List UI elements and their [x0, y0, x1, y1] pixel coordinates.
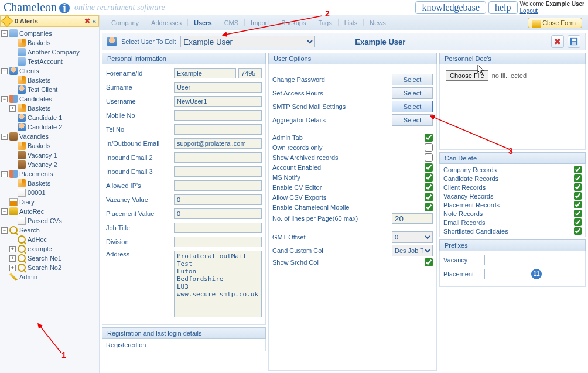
- email-input[interactable]: [174, 138, 262, 149]
- basket-icon: [18, 39, 26, 47]
- tree-candidate1[interactable]: Candidate 1: [1, 113, 98, 122]
- user-icon: [18, 85, 26, 94]
- del-email-checkbox[interactable]: [574, 218, 582, 226]
- del-candidate-checkbox[interactable]: [574, 174, 582, 182]
- tree-placements-baskets[interactable]: Baskets: [1, 179, 98, 188]
- del-client-checkbox[interactable]: [574, 183, 582, 191]
- tree-placements[interactable]: −Placements: [1, 169, 98, 179]
- email3-input[interactable]: [174, 166, 262, 177]
- tab-news[interactable]: News: [364, 19, 392, 26]
- tree-vacancy2[interactable]: Vacancy 2: [1, 160, 98, 169]
- logout-link[interactable]: Logout: [520, 8, 538, 14]
- gmt-select[interactable]: 0: [392, 231, 433, 243]
- search-icon: [9, 226, 18, 234]
- tree-companies[interactable]: −Companies: [1, 29, 98, 38]
- close-form-button[interactable]: Close Form: [528, 18, 582, 28]
- tab-users[interactable]: Users: [188, 19, 218, 26]
- building-icon: [18, 48, 26, 56]
- user-icon: [107, 37, 117, 46]
- placeval-input[interactable]: [174, 208, 262, 219]
- tree-companies-baskets[interactable]: Baskets: [1, 38, 98, 47]
- tree-example[interactable]: +example: [1, 244, 98, 254]
- own-records-checkbox[interactable]: [425, 143, 433, 152]
- del-company-checkbox[interactable]: [574, 166, 582, 173]
- tree-parsed-cvs[interactable]: Parsed CVs: [1, 216, 98, 225]
- save-button[interactable]: [568, 35, 580, 48]
- del-note-checkbox[interactable]: [574, 210, 582, 217]
- delete-button[interactable]: ✖: [551, 35, 564, 48]
- tab-lists[interactable]: Lists: [339, 19, 364, 26]
- access-hours-button[interactable]: Select: [392, 87, 433, 99]
- alerts-close-icon[interactable]: ✖: [84, 17, 90, 25]
- user-select[interactable]: Example User: [180, 36, 315, 47]
- wrench-icon: [9, 273, 18, 281]
- del-vacancy-checkbox[interactable]: [574, 192, 582, 200]
- svg-rect-1: [572, 39, 576, 41]
- tree-vacancies-baskets[interactable]: Baskets: [1, 141, 98, 150]
- tab-import[interactable]: Import: [245, 19, 275, 26]
- tree-search1[interactable]: +Search No1: [1, 254, 98, 263]
- tree-adhoc[interactable]: AdHoc: [1, 235, 98, 244]
- account-enabled-checkbox[interactable]: [425, 163, 433, 172]
- username-input[interactable]: [174, 96, 262, 107]
- choose-file-button[interactable]: Choose File: [446, 70, 488, 81]
- enable-mobile-checkbox[interactable]: [425, 203, 433, 211]
- tab-company[interactable]: Company: [105, 19, 145, 26]
- section-personal: Personal information: [102, 53, 266, 64]
- tree-candidates-baskets[interactable]: +Baskets: [1, 104, 98, 113]
- tree-admin[interactable]: Admin: [1, 272, 98, 282]
- show-srchd-checkbox[interactable]: [425, 258, 433, 266]
- prefix-badge: 11: [531, 269, 542, 279]
- user-icon: [18, 123, 26, 131]
- knowledgebase-button[interactable]: knowledgebase: [415, 1, 486, 14]
- custom-col-select[interactable]: Des Job T: [392, 245, 433, 256]
- tree-00001[interactable]: 00001: [1, 188, 98, 197]
- mobile-input[interactable]: [174, 110, 262, 121]
- tree-clients-baskets[interactable]: Baskets: [1, 76, 98, 85]
- email2-input[interactable]: [174, 152, 262, 163]
- tel-input[interactable]: [174, 124, 262, 135]
- tree-search2[interactable]: +Search No2: [1, 263, 98, 272]
- show-archived-checkbox[interactable]: [425, 153, 433, 162]
- ips-input[interactable]: [174, 180, 262, 191]
- address-input[interactable]: [174, 251, 262, 317]
- jobtitle-input[interactable]: [174, 223, 262, 233]
- tree-diary[interactable]: Diary: [1, 197, 98, 207]
- forename-input[interactable]: [174, 68, 236, 78]
- division-input[interactable]: [174, 237, 262, 247]
- lines-input[interactable]: [392, 213, 433, 224]
- tree-candidate2[interactable]: Candidate 2: [1, 122, 98, 132]
- smtp-settings-button[interactable]: Select: [392, 101, 433, 112]
- prefix-vacancy-input[interactable]: [484, 255, 519, 265]
- logo: Chameleoni: [4, 1, 72, 14]
- tree-test-account[interactable]: TestAccount: [1, 57, 98, 66]
- tree-vacancy1[interactable]: Vacancy 1: [1, 150, 98, 160]
- tree-clients[interactable]: −Clients: [1, 66, 98, 76]
- tree-another-company[interactable]: Another Company: [1, 47, 98, 57]
- ms-notify-checkbox[interactable]: [425, 173, 433, 182]
- allow-csv-checkbox[interactable]: [425, 193, 433, 201]
- id-input[interactable]: [238, 68, 262, 78]
- change-password-button[interactable]: Select: [392, 74, 433, 85]
- surname-input[interactable]: [174, 82, 262, 93]
- tree-vacancies[interactable]: −Vacancies: [1, 132, 98, 141]
- tree-test-client[interactable]: Test Client: [1, 85, 98, 94]
- admin-tab-checkbox[interactable]: [425, 134, 433, 142]
- tab-addresses[interactable]: Addresses: [145, 19, 188, 26]
- collapse-icon[interactable]: «: [93, 18, 96, 25]
- del-placement-checkbox[interactable]: [574, 201, 582, 208]
- tab-cms[interactable]: CMS: [218, 19, 245, 26]
- tree-autorec[interactable]: −AutoRec: [1, 207, 98, 216]
- tree-search[interactable]: −Search: [1, 225, 98, 235]
- help-button[interactable]: help: [488, 1, 518, 14]
- key-icon: [9, 207, 18, 215]
- enable-cv-checkbox[interactable]: [425, 183, 433, 191]
- basket-icon: [18, 104, 26, 112]
- tab-tags[interactable]: Tags: [312, 19, 338, 26]
- vacval-input[interactable]: [174, 194, 262, 205]
- del-shortlisted-checkbox[interactable]: [574, 227, 582, 235]
- prefix-placement-input[interactable]: [484, 269, 519, 279]
- tree-candidates[interactable]: −Candidates: [1, 94, 98, 104]
- tab-backups[interactable]: Backups: [275, 19, 312, 26]
- aggregator-button[interactable]: Select: [392, 114, 433, 126]
